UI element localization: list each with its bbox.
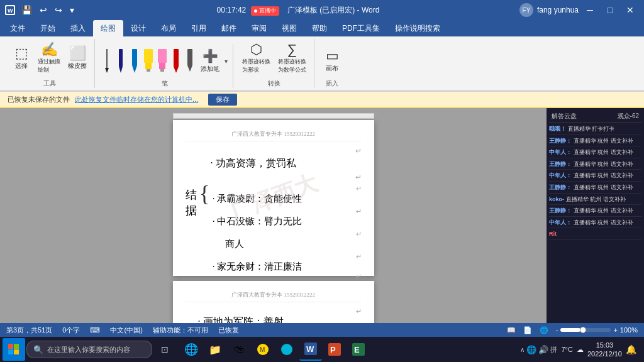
ink-to-math-btn[interactable]: ∑ 将墨迹转换为数学公式 [275, 41, 309, 75]
bracket-left: { [199, 182, 210, 205]
customize-btn[interactable]: ▾ [67, 4, 77, 16]
save-file-button[interactable]: 保存 [208, 94, 237, 106]
svg-rect-8 [144, 49, 153, 63]
touch-draw-btn[interactable]: ✍ 通过触摸绘制 [35, 41, 63, 75]
store-icon[interactable]: 🛍 [228, 338, 250, 361]
zoom-out-btn[interactable]: - [556, 326, 558, 334]
notification-link[interactable]: 此处恢复文件临时存储在您的计算机中... [75, 95, 198, 104]
taskbar: 🔍 在这里输入你要搜索的内容 ⊡ 🌐 📁 🛍 M W P E ∧ 🌐 🔊 拼 [0, 337, 644, 362]
time-display: 15:03 [596, 341, 614, 349]
file-explorer-icon[interactable]: 📁 [204, 338, 226, 361]
edit-status: 已恢复 [218, 326, 239, 335]
pen-yellow-highlight[interactable] [143, 49, 154, 73]
svg-rect-4 [119, 49, 123, 67]
pen-red-marker[interactable] [170, 49, 182, 73]
chat-message-5: 中年人： 直播精华 杭州 语文补补 [549, 172, 641, 182]
content-line-5: · 家无余财：清正廉洁 [213, 261, 362, 273]
volume-icon[interactable]: 🔊 [538, 345, 548, 354]
canvas-btn[interactable]: ▭ 画布 [321, 48, 343, 74]
svg-rect-18 [8, 344, 13, 349]
taskbar-search-placeholder: 在这里输入你要搜索的内容 [47, 345, 130, 354]
chat-user-7: koko- [549, 196, 564, 202]
tab-mail[interactable]: 邮件 [214, 20, 244, 36]
word-taskbar-icon[interactable]: W [299, 338, 322, 361]
notification-center-icon[interactable]: 🔔 [626, 344, 636, 354]
live-dot-icon [254, 9, 257, 13]
tab-insert[interactable]: 插入 [63, 20, 93, 36]
close-button[interactable]: ✕ [621, 1, 639, 19]
chat-message-2: 王静静： 直播精华 杭州 语文补补 [549, 137, 641, 147]
redo-btn[interactable]: ↪ [52, 4, 65, 16]
keyboard-icon[interactable]: 拼 [550, 345, 557, 354]
chat-text-9: 直播精华 杭州 语文补补 [574, 219, 633, 226]
network-icon[interactable]: 🌐 [526, 345, 536, 354]
minimize-button[interactable]: ─ [581, 1, 599, 19]
view-btn-web[interactable]: 🌐 [540, 326, 548, 334]
return-arrow-1: ↵ [186, 146, 362, 156]
zoom-slider[interactable] [560, 328, 611, 332]
add-pen-btn[interactable]: ➕ 添加笔 [198, 47, 222, 75]
svg-rect-19 [14, 344, 19, 349]
return-3: ↵ [213, 185, 362, 193]
page-1-header: 广泽西大教育专升本 15529312222 [186, 130, 362, 141]
view-btn-read[interactable]: 📖 [507, 326, 516, 334]
chat-user-10: Rit [549, 231, 557, 237]
weather-icon: ☁ [577, 346, 584, 354]
pen-dropdown[interactable] [184, 49, 196, 73]
eraser-btn[interactable]: ⬜ 橡皮擦 [65, 45, 89, 72]
chat-user-2: 王静静： [549, 138, 572, 144]
svg-rect-10 [147, 69, 150, 72]
save-quick-btn[interactable]: 💾 [19, 4, 35, 16]
chat-message-8: 王静静： 直播精华 杭州 语文补补 [549, 207, 641, 217]
pen-dark-blue[interactable] [115, 49, 126, 73]
tab-draw[interactable]: 绘图 [93, 20, 123, 36]
restore-button[interactable]: □ [601, 1, 619, 19]
svg-rect-12 [159, 63, 165, 69]
view-btn-print[interactable]: 📄 [523, 326, 532, 334]
tab-view[interactable]: 视图 [274, 20, 304, 36]
zoom-in-btn[interactable]: + [613, 326, 617, 334]
tab-review[interactable]: 审阅 [244, 20, 274, 36]
powerpoint-taskbar-icon[interactable]: P [323, 338, 346, 361]
taskview-btn[interactable]: ⊡ [153, 338, 176, 361]
zoom-handle[interactable] [580, 327, 586, 333]
undo-btn[interactable]: ↩ [37, 4, 50, 16]
page-2-header: 广泽西大教育专升本 15529312222 [186, 291, 362, 302]
content-line-2: · 承霸凌尉：贪能使性 [213, 193, 362, 205]
start-button[interactable] [3, 338, 25, 361]
tab-layout[interactable]: 布局 [153, 20, 184, 36]
tab-pdf[interactable]: PDF工具集 [335, 20, 387, 36]
clock-display[interactable]: 15:03 2022/12/10 [587, 341, 622, 359]
pen-blue-marker[interactable] [129, 49, 140, 73]
pen-section-dropdown[interactable]: ▾ [225, 58, 228, 65]
svg-rect-13 [160, 69, 164, 72]
app-teal-icon[interactable] [275, 338, 298, 361]
tab-help[interactable]: 帮助 [304, 20, 335, 36]
zoom-level: 100% [620, 326, 638, 334]
input-mode: ⌨ [90, 326, 100, 334]
svg-text:E: E [354, 345, 360, 354]
tab-home[interactable]: 开始 [33, 20, 63, 36]
accessibility-status: 辅助功能：不可用 [153, 326, 208, 335]
excel-taskbar-icon[interactable]: E [347, 338, 370, 361]
chat-user-3: 中年人： [549, 149, 572, 155]
select-tool-btn[interactable]: ⬚ 选择 [10, 45, 33, 72]
tray-expand-icon[interactable]: ∧ [520, 346, 525, 353]
app-yellow-icon[interactable]: M [252, 338, 274, 361]
lang-status[interactable]: 中文(中国) [110, 326, 142, 335]
zoom-fill [560, 328, 580, 332]
tab-search[interactable]: 操作说明搜索 [387, 20, 448, 36]
chat-message-3: 中年人： 直播精华 杭州 语文补补 [549, 148, 641, 158]
ink-to-shape-btn[interactable]: ⬡ 将墨迹转换为形状 [240, 41, 273, 75]
taskbar-search-bar[interactable]: 🔍 在这里输入你要搜索的内容 [26, 341, 152, 358]
tab-file[interactable]: 文件 [3, 20, 33, 36]
ribbon-group-insert: ▭ 画布 插入 [316, 44, 348, 88]
pen-black-thin[interactable] [101, 49, 113, 73]
pen-pink-highlight[interactable] [157, 49, 168, 73]
horizontal-ruler [173, 113, 374, 119]
section-label: 结据 [186, 187, 197, 219]
edge-browser-icon[interactable]: 🌐 [180, 338, 203, 361]
tab-design[interactable]: 设计 [123, 20, 153, 36]
tab-references[interactable]: 引用 [184, 20, 214, 36]
page-info: 第3页，共51页 [6, 326, 52, 335]
